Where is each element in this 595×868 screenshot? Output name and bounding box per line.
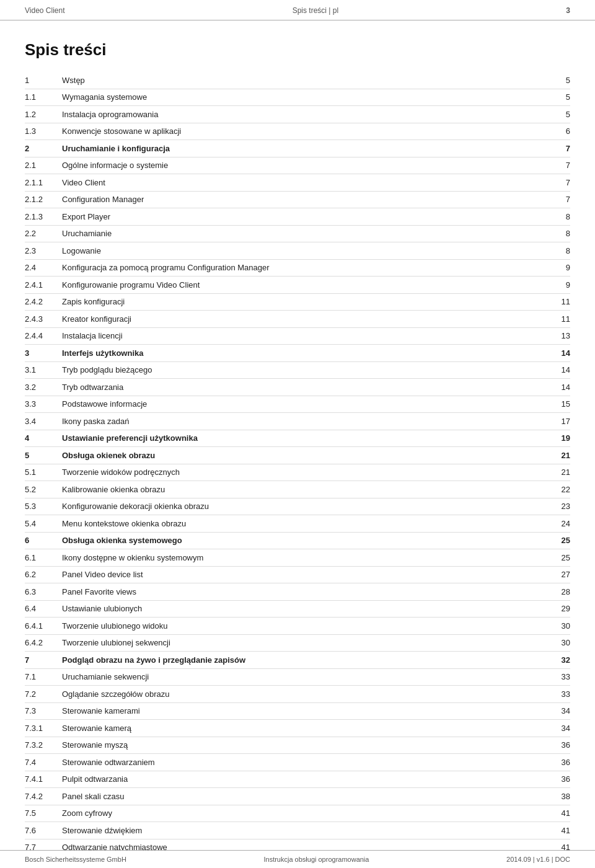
toc-title: Instalacja oprogramowania [62,108,552,121]
toc-number: 6 [25,534,62,547]
toc-title: Tworzenie ulubionej sekwencji [62,637,552,649]
toc-row: 2.4.1Konfigurowanie programu Video Clien… [25,277,570,294]
toc-number: 1.1 [25,91,62,104]
toc-page: 41 [552,807,570,820]
toc-title: Instalacja licencji [62,330,552,342]
toc-title: Sterowanie dźwiękiem [62,825,552,837]
toc-row: 5.3Konfigurowanie dekoracji okienka obra… [25,498,570,516]
toc-row: 6.3Panel Favorite views28 [25,583,570,601]
toc-page: 33 [552,688,570,701]
toc-page: 21 [552,466,570,479]
toc-number: 7.5 [25,807,62,820]
toc-page: 14 [552,381,570,394]
toc-page: 19 [552,432,570,445]
toc-page: 36 [552,773,570,786]
toc-number: 2.3 [25,245,62,257]
toc-row: 7.1Uruchamianie sekwencji33 [25,669,570,686]
toc-row: 2.4.2Zapis konfiguracji11 [25,294,570,311]
toc-page: 9 [552,262,570,274]
toc-number: 6.2 [25,569,62,581]
page-footer: Bosch Sicherheitssysteme GmbH Instrukcja… [0,850,595,868]
toc-number: 6.4.2 [25,637,62,649]
toc-row: 2.4.4Instalacja licencji13 [25,328,570,345]
toc-row: 3.3Podstawowe informacje15 [25,396,570,414]
toc-number: 2.4.4 [25,330,62,342]
toc-title: Wstęp [62,74,552,87]
footer-right: 2014.09 | v1.6 | DOC [506,856,570,863]
toc-row: 5.1Tworzenie widoków podręcznych21 [25,464,570,482]
toc-page: 34 [552,705,570,717]
toc-row: 3.4Ikony paska zadań17 [25,413,570,430]
toc-page: 30 [552,620,570,632]
toc-page: 34 [552,722,570,735]
toc-title: Ustawianie preferencji użytkownika [62,432,552,445]
toc-row: 2.1.1Video Client7 [25,174,570,192]
toc-row: 7.5Zoom cyfrowy41 [25,805,570,823]
toc-title: Pulpit odtwarzania [62,773,552,786]
toc-number: 3.3 [25,398,62,410]
toc-number: 3 [25,347,62,360]
page-header: Video Client Spis treści | pl 3 [0,0,595,20]
toc-row: 7.6Sterowanie dźwiękiem41 [25,822,570,839]
toc-page: 38 [552,790,570,803]
toc-row: 2.1.2Configuration Manager7 [25,192,570,209]
toc-title: Podgląd obrazu na żywo i przeglądanie za… [62,654,552,666]
toc-row: 7.3.2Sterowanie myszą36 [25,737,570,755]
toc-page: 41 [552,825,570,837]
toc-title: Tryb odtwarzania [62,381,552,394]
toc-title: Logowanie [62,245,552,257]
toc-title: Video Client [62,177,552,189]
header-right: 3 [566,6,570,15]
toc-row: 1.3Konwencje stosowane w aplikacji6 [25,123,570,141]
toc-page: 6 [552,125,570,138]
toc-number: 2.1.2 [25,193,62,206]
toc-title: Zapis konfiguracji [62,296,552,308]
toc-number: 2.4.1 [25,279,62,291]
toc-number: 2.1.3 [25,211,62,223]
toc-page: 28 [552,586,570,598]
toc-title: Uruchamianie sekwencji [62,671,552,683]
toc-page: 32 [552,654,570,666]
toc-title: Uruchamianie i konfiguracja [62,143,552,155]
toc-number: 6.4 [25,603,62,615]
toc-page: 24 [552,518,570,530]
toc-page: 30 [552,637,570,649]
toc-row: 6.2Panel Video device list27 [25,567,570,584]
toc-title: Konfigurowanie programu Video Client [62,279,552,291]
toc-row: 6.4Ustawianie ulubionych29 [25,601,570,618]
toc-number: 2.1.1 [25,177,62,189]
toc-title: Ogólne informacje o systemie [62,159,552,172]
toc-title: Wymagania systemowe [62,91,552,104]
toc-page: 7 [552,159,570,172]
toc-number: 2.2 [25,228,62,240]
toc-page: 36 [552,756,570,769]
header-left: Video Client [25,6,65,15]
toc-number: 7.3.2 [25,739,62,751]
toc-title: Panel skali czasu [62,790,552,803]
footer-center: Instrukcja obsługi oprogramowania [263,856,369,863]
toc-title: Zoom cyfrowy [62,807,552,820]
toc-number: 7.4 [25,756,62,769]
toc-row: 7Podgląd obrazu na żywo i przeglądanie z… [25,652,570,669]
toc-row: 2.4.3Kreator konfiguracji11 [25,311,570,328]
toc-page: 29 [552,603,570,615]
toc-title: Ikony paska zadań [62,415,552,428]
toc-row: 7.4.2Panel skali czasu38 [25,788,570,805]
toc-page: 23 [552,500,570,513]
toc-title: Konwencje stosowane w aplikacji [62,125,552,138]
toc-number: 5 [25,450,62,462]
toc-number: 2.4.3 [25,313,62,326]
toc-number: 7.4.2 [25,790,62,803]
toc-number: 1.3 [25,125,62,138]
toc-title: Ustawianie ulubionych [62,603,552,615]
toc-row: 6.4.2Tworzenie ulubionej sekwencji30 [25,635,570,652]
toc-title: Uruchamianie [62,228,552,240]
toc-title: Interfejs użytkownika [62,347,552,360]
toc-title: Panel Video device list [62,569,552,581]
toc-row: 2.3Logowanie8 [25,242,570,260]
toc-row: 2Uruchamianie i konfiguracja7 [25,140,570,157]
toc-row: 7.2Oglądanie szczegółów obrazu33 [25,686,570,703]
toc-page: 22 [552,484,570,496]
toc-row: 1.2Instalacja oprogramowania5 [25,106,570,123]
toc-row: 2.2Uruchamianie8 [25,226,570,243]
